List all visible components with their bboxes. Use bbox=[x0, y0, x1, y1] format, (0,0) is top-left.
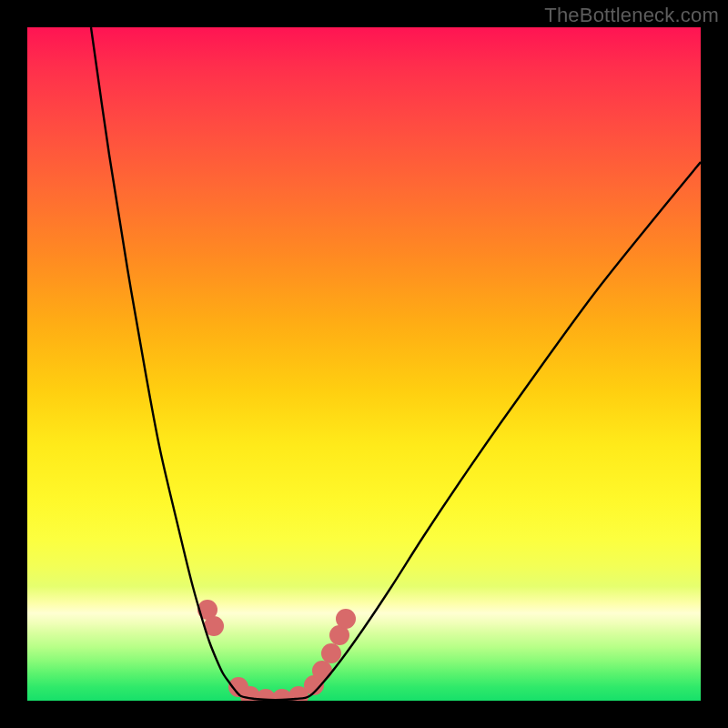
curve-marker bbox=[321, 643, 341, 663]
curve-marker bbox=[336, 609, 356, 629]
curve-path bbox=[91, 27, 701, 700]
watermark-text: TheBottleneck.com bbox=[544, 4, 719, 27]
bottleneck-curve bbox=[27, 27, 701, 701]
plot-area bbox=[27, 27, 701, 701]
curve-marker bbox=[312, 661, 332, 681]
outer-frame: TheBottleneck.com bbox=[0, 0, 728, 728]
marker-cluster bbox=[197, 600, 356, 701]
